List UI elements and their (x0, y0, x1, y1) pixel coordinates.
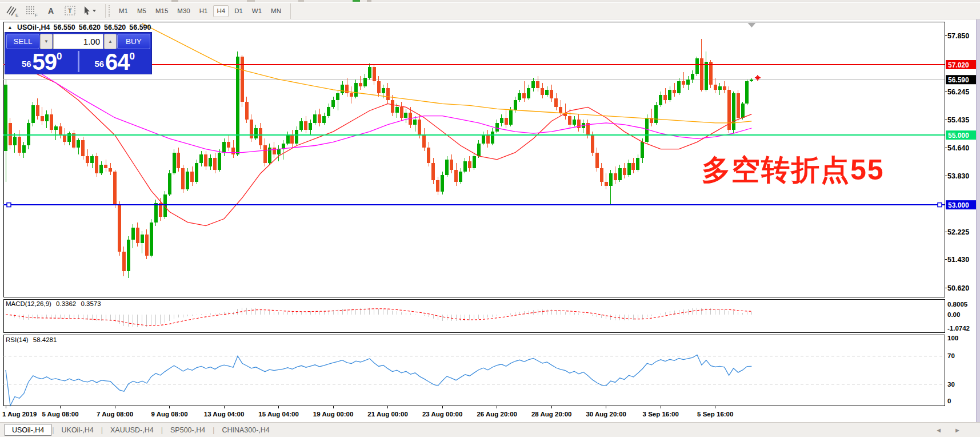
timeframe-mn-button[interactable]: MN (267, 5, 285, 17)
candle-body (377, 81, 381, 93)
candle-body (218, 153, 221, 170)
date-label: 3 Sep 16:00 (643, 411, 679, 418)
volume-decrease-button[interactable]: ▼ (40, 34, 53, 49)
tab-sp500h4[interactable]: SP500-,H4 (163, 424, 212, 436)
candle-body (22, 145, 26, 152)
tab-xauusdh4[interactable]: XAUUSD-,H4 (103, 424, 161, 436)
candle-body (495, 123, 499, 132)
indicators-draw-icon[interactable]: E (3, 4, 21, 18)
candle-body (395, 107, 399, 112)
tab-ukoilh4[interactable]: UKOil-,H4 (55, 424, 101, 436)
candle-body (177, 153, 180, 168)
arrow-objects-icon[interactable] (81, 4, 98, 18)
timeframe-m5-button[interactable]: M5 (134, 5, 150, 17)
candle-body (559, 107, 562, 112)
candle-body (431, 163, 435, 180)
candle-body (141, 235, 144, 243)
chart-tabs: USOil-,H4|UKOil-,H4|XAUUSD-,H4|SP500-,H4… (5, 424, 277, 436)
candle-body (9, 123, 12, 146)
rsi-panel[interactable] (3, 335, 945, 406)
sell-price[interactable]: 56 59 0 (6, 50, 78, 73)
candle-body (54, 126, 58, 130)
chart-symbol-header: ▲ USOil-,H4 56.550 56.620 56.520 56.590 (7, 23, 151, 31)
candle-body (13, 137, 17, 145)
candle-body (618, 168, 622, 180)
candle-body (568, 116, 571, 125)
collapse-panel-icon[interactable]: ▲ (7, 25, 13, 30)
candle-body (373, 67, 376, 81)
date-label: 19 Aug 00:00 (313, 411, 354, 418)
text-box-icon[interactable]: T (62, 4, 79, 18)
fibonacci-grid-icon[interactable]: F (23, 4, 40, 18)
candle-body (118, 205, 121, 252)
candle-body (709, 62, 713, 85)
sell-button[interactable]: SELL (6, 34, 39, 49)
candle-body (491, 132, 494, 144)
candle-body (327, 107, 330, 116)
candle-body (459, 172, 462, 182)
candle-body (254, 128, 258, 138)
candle-body (336, 93, 339, 100)
toolbar-separator (105, 4, 106, 18)
timeframe-m1-button[interactable]: M1 (115, 5, 131, 17)
text-label-icon[interactable]: A (42, 4, 59, 18)
timeframe-w1-button[interactable]: W1 (249, 5, 265, 17)
candle-body (705, 62, 708, 90)
price-tick-label: 53.830 (947, 172, 969, 180)
candle-body (241, 57, 244, 102)
candle-body (509, 110, 513, 124)
timeframe-m15-button[interactable]: M15 (152, 5, 171, 17)
candle-body (545, 90, 549, 95)
candle-body (659, 95, 662, 105)
timeframe-h4-button[interactable]: H4 (213, 5, 229, 17)
sell-price-prefix: 56 (22, 59, 31, 69)
hline-53.000-handle-left[interactable] (7, 203, 11, 207)
candle-body (514, 100, 517, 110)
ohlc-open: 56.550 (54, 23, 75, 31)
candle-body (732, 93, 735, 130)
buy-price[interactable]: 56 64 0 (79, 50, 151, 73)
candle-body (382, 88, 385, 93)
candle-body (154, 203, 158, 223)
tab-separator: | (52, 426, 54, 434)
candle-body (77, 140, 80, 147)
volume-increase-button[interactable]: ▲ (104, 34, 117, 49)
candle-body (41, 116, 44, 121)
candle-body (313, 114, 317, 123)
hline-53.000-handle-right[interactable] (938, 203, 942, 207)
candle-body (173, 153, 176, 174)
candle-body (522, 93, 526, 98)
tab-scroll-left-icon[interactable]: ◄ (935, 427, 942, 434)
candle-body (368, 67, 371, 77)
buy-button[interactable]: BUY (117, 34, 150, 49)
candle-body (195, 163, 198, 182)
candle-body (113, 172, 117, 205)
candle-body (609, 173, 613, 185)
timeframe-h1-button[interactable]: H1 (196, 5, 211, 17)
candle-body (450, 160, 453, 170)
candle-body (527, 88, 530, 98)
date-label: 9 Aug 08:00 (151, 411, 187, 418)
candle-body (468, 161, 471, 168)
candle-body (199, 154, 203, 163)
rsi-axis-label: 0 (947, 398, 951, 404)
timeframe-d1-button[interactable]: D1 (231, 5, 246, 17)
toolbar-grip (109, 5, 111, 17)
volume-input[interactable]: 1.00 (53, 34, 103, 49)
tab-usoilh4[interactable]: USOil-,H4 (5, 424, 51, 436)
svg-text:E: E (15, 13, 18, 17)
mt4-window: EFAT M1M5M15M30H1H4D1W1MN 57.02055.00053… (0, 0, 980, 437)
tab-scroll-right-icon[interactable]: ► (954, 427, 961, 434)
date-label: 30 Aug 20:00 (586, 411, 626, 418)
tab-china300h4[interactable]: CHINA300-,H4 (215, 424, 276, 436)
timeframe-m30-button[interactable]: M30 (174, 5, 193, 17)
candle-body (109, 168, 112, 172)
candle-body (541, 88, 544, 95)
candle-body (209, 158, 212, 166)
candle-body (168, 173, 171, 194)
candle-body (641, 142, 644, 157)
rsi-axis-label: 100 (947, 335, 958, 341)
macd-value-main: 0.3362 (56, 300, 76, 307)
candle-body (668, 90, 671, 100)
svg-text:F: F (35, 13, 38, 17)
